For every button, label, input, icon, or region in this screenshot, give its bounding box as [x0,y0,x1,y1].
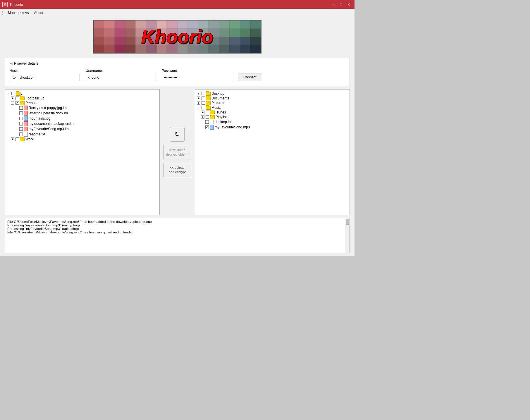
tree-item[interactable]: my documents backup.rar.kh [7,121,158,126]
tree-item[interactable]: +Documents [197,96,348,101]
left-file-panel[interactable]: −/+Footballclub−✓PersonalRocky as a pupp… [5,89,160,215]
folder-icon [210,115,215,119]
menu-dots [2,11,3,15]
tree-toggle[interactable]: − [197,106,200,109]
host-input[interactable] [10,74,80,81]
tree-item-label: my documents backup.rar.kh [29,122,73,126]
connect-button[interactable]: Connect [238,73,262,81]
tree-toggle[interactable]: − [7,92,10,95]
app-icon: K [2,2,8,7]
tree-toggle[interactable]: + [11,97,14,100]
logo-text: Khoorio [141,26,213,48]
tree-item[interactable]: Rocky as a puppy.jpg.kh [7,105,158,111]
tree-toggle[interactable]: + [11,137,14,141]
tree-item[interactable]: readme.txt [7,132,158,137]
ftp-section-title: FTP server details [10,61,345,66]
tree-checkbox[interactable]: ✓ [16,101,19,105]
right-file-panel[interactable]: +Desktop+Documents+Pictures−Music+iTunes… [195,89,350,215]
download-decrypt-button[interactable]: download &decrypt folder > [164,145,191,159]
tree-item[interactable]: mountains.jpg [7,116,158,121]
folder-icon [16,92,20,96]
tree-checkbox[interactable] [206,111,209,114]
log-content: File"C:\Users\Felix\Music\myFavouriteSon… [7,220,347,234]
tree-checkbox[interactable] [202,92,205,95]
upload-encrypt-button[interactable]: << uploadand encrypt [164,163,191,177]
tree-item-label: myFavouriteSong.mp3.kh [29,127,69,131]
tree-item-label: Work [25,137,34,141]
tree-item[interactable]: myFavouriteSong.mp3.kh [7,126,158,132]
tree-item-label: desktop.ini [215,120,231,124]
folder-icon [20,97,25,100]
close-button[interactable]: ✕ [345,1,352,7]
folder-icon [20,101,25,105]
tree-checkbox[interactable]: ✓ [205,125,209,129]
tree-item[interactable]: +iTunes [197,110,348,115]
app-title: Khoorio [10,2,23,7]
tree-item[interactable]: −/ [7,91,158,96]
tree-item[interactable]: ✓myFavouriteSong.mp3 [197,125,348,130]
tree-toggle[interactable]: + [201,115,204,119]
tree-toggle[interactable]: + [197,101,200,105]
tree-checkbox[interactable] [19,127,23,131]
tree-item[interactable]: letter to uperesia.docx.kh [7,111,158,116]
tree-item-label: / [21,92,22,96]
title-bar: K Khoorio ─ □ ✕ [0,0,355,9]
tree-checkbox[interactable] [205,120,209,124]
tree-checkbox[interactable] [202,101,205,105]
tree-item[interactable]: +Pictures [197,101,348,105]
tree-checkbox[interactable] [16,137,19,141]
tree-item-label: myFavouriteSong.mp3 [215,125,250,129]
log-area: File"C:\Users\Felix\Music\myFavouriteSon… [5,218,350,253]
tree-item-label: Rocky as a puppy.jpg.kh [29,106,67,110]
log-scrollbar[interactable] [345,218,350,253]
tree-item[interactable]: +Work [7,137,158,142]
refresh-button[interactable]: ↻ [170,127,185,142]
ftp-fields: Host: Username: Password: Connect [10,68,345,81]
tree-checkbox[interactable] [202,97,205,100]
tree-checkbox[interactable] [202,106,205,109]
tree-checkbox[interactable] [19,117,23,120]
tree-item-label: Personal [25,101,39,105]
menu-bar: Manage keys About [0,9,355,17]
tree-toggle[interactable]: + [197,97,200,100]
file-icon-jpg [24,116,28,121]
tree-item[interactable]: −✓Personal [7,101,158,105]
tree-checkbox[interactable] [206,115,209,119]
file-icon-mp3-local [210,125,214,130]
file-icon-txt [24,132,28,137]
host-label: Host: [10,69,80,73]
middle-panel: ↻ download &decrypt folder > << uploadan… [160,89,195,215]
tree-item[interactable]: +Desktop [197,91,348,96]
file-icon-kh [24,106,28,110]
password-label: Password: [162,69,232,73]
log-line: Processing "myFavouriteSong.mp3" (upload… [7,227,342,230]
tree-toggle[interactable]: − [11,101,14,105]
tree-checkbox[interactable] [19,122,23,125]
tree-item[interactable]: desktop.ini [197,119,348,125]
tree-toggle[interactable]: + [201,111,204,114]
tree-checkbox[interactable] [16,97,19,100]
password-input[interactable] [162,74,232,81]
tree-item-label: Playlists [216,115,228,119]
tree-item[interactable]: +Playlists [197,115,348,119]
log-scrollbar-thumb[interactable] [346,219,349,225]
minimize-button[interactable]: ─ [330,1,337,7]
tree-item[interactable]: +Footballclub [7,96,158,101]
logo-box: Khoorio [93,20,261,54]
tree-toggle[interactable]: + [197,92,200,95]
menu-item-about[interactable]: About [32,10,45,16]
tree-item-label: Footballclub [25,96,44,100]
username-input[interactable] [86,74,156,81]
title-bar-left: K Khoorio [2,2,23,7]
panels-row: −/+Footballclub−✓PersonalRocky as a pupp… [5,89,350,215]
tree-checkbox[interactable] [11,92,15,95]
tree-checkbox[interactable] [19,111,23,115]
username-label: Username: [86,69,156,73]
tree-item[interactable]: −Music [197,105,348,110]
logo-container: Khoorio [5,20,350,54]
tree-checkbox[interactable] [19,106,23,110]
main-content: Khoorio FTP server details Host: Usernam… [0,17,355,256]
maximize-button[interactable]: □ [338,1,345,7]
menu-item-manage-keys[interactable]: Manage keys [6,10,31,16]
tree-checkbox[interactable] [19,132,23,136]
